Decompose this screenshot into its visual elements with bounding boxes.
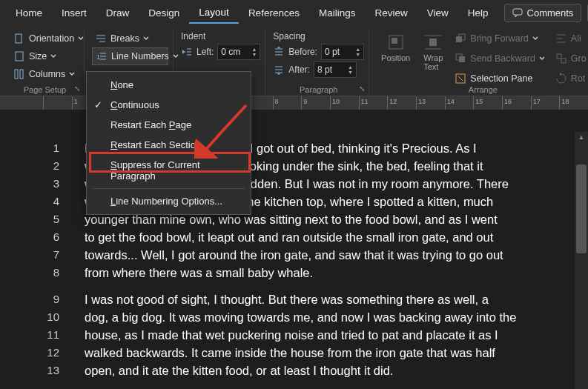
menu-suppress[interactable]: Suppress for Current Paragraph	[87, 155, 251, 186]
tab-review[interactable]: Review	[365, 3, 417, 23]
wrap-text-icon	[423, 33, 443, 52]
position-icon	[386, 33, 406, 52]
size-button[interactable]: Size	[10, 47, 79, 65]
line-number: 1	[44, 139, 59, 157]
main-tabs: Home Insert Draw Design Layout Reference…	[0, 0, 588, 25]
document-line[interactable]: 12walked backwards. It came inside the h…	[44, 344, 573, 362]
line-numbers-menu: None ✓ Continuous Restart Each Page Rest…	[86, 71, 251, 215]
line-text[interactable]: open, and it ate the kitten food, or at …	[85, 362, 566, 379]
menu-restart-section[interactable]: Restart Each Section	[87, 135, 251, 155]
comment-icon	[512, 7, 523, 18]
selection-pane-icon	[455, 73, 466, 84]
line-number: 11	[44, 326, 59, 344]
group-objects-button[interactable]: Gro	[552, 50, 588, 67]
spacing-before-row: Before: 0 pt ▲▼	[273, 43, 364, 61]
indent-left-icon	[181, 46, 193, 58]
tab-mailings[interactable]: Mailings	[309, 3, 366, 23]
line-text[interactable]: dog, a big dog. It was moving towards me…	[85, 308, 566, 326]
line-number: 4	[44, 193, 59, 210]
tab-insert[interactable]: Insert	[52, 3, 96, 23]
svg-rect-8	[429, 39, 437, 46]
group-arrange: Position Wrap Text Bring Forward Send Ba…	[372, 30, 588, 96]
spacing-after-input[interactable]: 8 pt ▲▼	[314, 61, 357, 78]
chevron-down-icon	[143, 36, 149, 41]
line-text[interactable]: towards... Well, I got around the iron g…	[85, 246, 566, 264]
indent-left-row: Left: 0 cm ▲▼	[181, 43, 260, 61]
svg-rect-2	[16, 52, 23, 61]
document-line[interactable]: 9I was not good of sight, I thought. But…	[44, 290, 573, 308]
tab-references[interactable]: References	[239, 3, 309, 23]
bring-forward-button[interactable]: Bring Forward	[452, 30, 548, 47]
group-icon	[555, 53, 567, 64]
send-backward-icon	[455, 53, 466, 64]
line-number: 6	[44, 228, 59, 246]
line-number: 5	[44, 210, 59, 228]
spacing-header: Spacing	[273, 30, 364, 43]
line-number: 8	[44, 264, 59, 282]
comments-label: Comments	[527, 7, 574, 19]
bring-forward-icon	[455, 33, 466, 44]
svg-rect-15	[561, 59, 566, 63]
svg-rect-3	[15, 70, 18, 79]
line-text[interactable]: from where there was a small baby whale.	[85, 264, 566, 282]
align-button[interactable]: Ali	[552, 30, 588, 47]
document-line[interactable]: 8from where there was a small baby whale…	[44, 264, 573, 282]
scrollbar-thumb[interactable]	[576, 164, 587, 253]
paragraph-label: Paragraph	[268, 85, 369, 94]
line-number: 13	[44, 362, 59, 379]
line-numbers-button[interactable]: 1 Line Numbers	[92, 47, 168, 65]
comments-button[interactable]: Comments	[504, 4, 582, 22]
document-line[interactable]: 10dog, a big dog. It was moving towards …	[44, 308, 573, 326]
menu-none[interactable]: None	[87, 75, 251, 95]
spacing-before-input[interactable]: 0 pt ▲▼	[321, 44, 364, 60]
spacing-after-row: After: 8 pt ▲▼	[273, 61, 364, 79]
tab-layout[interactable]: Layout	[189, 2, 239, 24]
tab-home[interactable]: Home	[6, 3, 52, 23]
tab-view[interactable]: View	[417, 3, 458, 23]
document-line[interactable]: 7towards... Well, I got around the iron …	[44, 246, 573, 264]
line-text[interactable]: I was not good of sight, I thought. But …	[85, 290, 566, 308]
breaks-icon	[95, 33, 107, 44]
line-numbers-icon: 1	[96, 50, 108, 62]
menu-options[interactable]: Line Numbering Options...	[87, 191, 251, 211]
scrollbar-track[interactable]: ▲	[575, 132, 588, 389]
menu-restart-page[interactable]: Restart Each Page	[87, 115, 251, 135]
paragraph-launcher[interactable]: ⤡	[357, 84, 366, 93]
tab-draw[interactable]: Draw	[96, 3, 139, 23]
orientation-icon	[13, 33, 25, 44]
line-number: 3	[44, 175, 59, 193]
spacing-after-icon	[273, 64, 285, 76]
tab-design[interactable]: Design	[139, 3, 189, 23]
menu-separator	[93, 188, 245, 189]
svg-rect-1	[16, 34, 22, 43]
line-text[interactable]: walked backwards. It came inside the hou…	[85, 344, 566, 362]
line-number: 10	[44, 308, 59, 326]
line-number: 12	[44, 344, 59, 362]
document-line[interactable]: 13open, and it ate the kitten food, or a…	[44, 362, 573, 379]
size-icon	[13, 50, 25, 62]
indent-left-input[interactable]: 0 cm ▲▼	[217, 44, 260, 60]
menu-continuous[interactable]: ✓ Continuous	[87, 95, 251, 115]
svg-rect-4	[20, 70, 23, 79]
group-page-setup: Orientation Size Columns Page Setup ⤡	[6, 30, 85, 96]
document-line[interactable]: 11house, as I made that wet puckering no…	[44, 326, 573, 344]
orientation-button[interactable]: Orientation	[10, 30, 79, 47]
page-setup-launcher[interactable]: ⤡	[73, 84, 82, 93]
send-backward-button[interactable]: Send Backward	[452, 50, 548, 67]
tab-help[interactable]: Help	[458, 3, 498, 23]
chevron-down-icon	[50, 53, 56, 59]
align-icon	[555, 33, 567, 44]
columns-button[interactable]: Columns	[10, 65, 79, 83]
chevron-down-icon	[69, 71, 75, 77]
line-number: 2	[44, 157, 59, 175]
document-line[interactable]: 6to get the food bowl, it leapt out and …	[44, 228, 573, 246]
breaks-button[interactable]: Breaks	[92, 30, 168, 47]
line-text[interactable]: house, as I made that wet puckering nois…	[85, 326, 566, 344]
rotate-icon	[555, 73, 567, 84]
svg-rect-7	[392, 38, 397, 44]
spacing-before-icon	[273, 46, 285, 58]
indent-header: Indent	[181, 30, 260, 43]
line-text[interactable]: to get the food bowl, it leapt out and r…	[85, 228, 566, 246]
svg-text:1: 1	[96, 53, 100, 61]
arrange-label: Arrange	[372, 85, 588, 94]
